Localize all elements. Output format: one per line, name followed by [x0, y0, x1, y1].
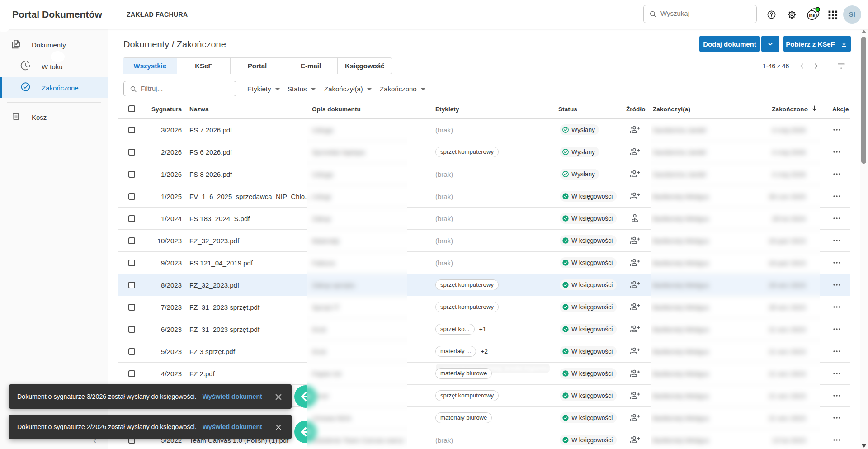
svg-text:Ins: Ins	[809, 13, 815, 18]
